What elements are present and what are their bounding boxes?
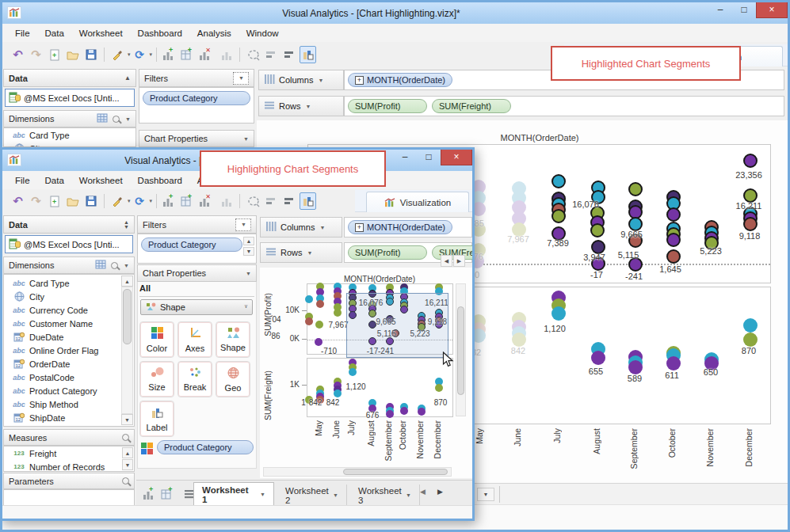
close-button[interactable]: × xyxy=(756,2,788,18)
save-icon[interactable] xyxy=(82,192,99,210)
add-chart-icon[interactable]: + xyxy=(162,192,178,210)
pill-sum-freight-[interactable]: SUM(Freight) xyxy=(432,99,511,113)
shelf-scroll-left-button[interactable]: ◀ xyxy=(441,255,452,267)
tab-worksheet-3[interactable]: Worksheet 3▼ xyxy=(350,484,420,506)
dimension-item[interactable]: abcOnline Order Flag xyxy=(4,344,120,357)
data-point[interactable] xyxy=(591,190,605,204)
data-point[interactable] xyxy=(743,188,758,203)
pill-month-orderdate[interactable]: +MONTH(OrderDate) xyxy=(348,73,452,87)
dimension-item[interactable]: City xyxy=(4,142,135,147)
chart-vertical-scrollbar[interactable] xyxy=(456,283,466,416)
back-chart-properties-header[interactable]: Chart Properties ▼ xyxy=(139,130,254,147)
data-point[interactable] xyxy=(743,318,758,332)
dimension-item[interactable]: abcCard Type xyxy=(4,276,120,290)
data-point[interactable] xyxy=(704,356,719,370)
chevron-down-icon[interactable]: ▾ xyxy=(150,51,153,58)
back-rows-shelf[interactable]: SUM(Profit)SUM(Freight) xyxy=(344,96,784,116)
chart-disabled-icon[interactable] xyxy=(218,46,235,63)
measure-item[interactable]: 123Freight xyxy=(4,446,134,460)
data-point[interactable] xyxy=(334,390,342,397)
expand-icon[interactable]: + xyxy=(355,223,364,232)
tab-menu-button[interactable]: ▼ xyxy=(477,488,494,501)
data-point[interactable] xyxy=(704,236,719,250)
data-point[interactable] xyxy=(590,223,605,238)
data-point[interactable] xyxy=(418,408,426,416)
lasso-select-icon[interactable] xyxy=(245,192,261,210)
legend-pill-product-category[interactable]: Product Category xyxy=(157,440,254,454)
filters-menu-button[interactable]: ▼ xyxy=(233,72,249,85)
open-file-icon[interactable] xyxy=(64,46,81,63)
chart-horizontal-scrollbar[interactable] xyxy=(263,467,452,477)
refresh-icon[interactable]: ⟳ xyxy=(132,192,148,210)
expand-icon[interactable]: + xyxy=(355,76,364,85)
undo-icon[interactable]: ↶ xyxy=(10,46,26,63)
menu-dashboard[interactable]: Dashboard xyxy=(138,28,182,38)
scroll-up-button[interactable]: ▲ xyxy=(122,447,133,458)
front-freight-pane[interactable] xyxy=(307,358,453,417)
data-point[interactable] xyxy=(305,295,313,303)
save-icon[interactable] xyxy=(82,46,99,63)
chevron-down-icon[interactable]: ▼ xyxy=(124,263,129,268)
sort-bars-icon[interactable] xyxy=(263,192,280,210)
chevron-down-icon[interactable]: ▼ xyxy=(243,136,249,142)
dimension-item[interactable]: abcPostalCode xyxy=(4,370,120,384)
data-point[interactable] xyxy=(743,332,758,347)
data-point[interactable] xyxy=(551,306,566,321)
chevron-down-icon[interactable]: ▼ xyxy=(260,492,265,497)
data-point[interactable] xyxy=(305,317,313,325)
format-painter-icon[interactable] xyxy=(109,192,126,210)
menu-file[interactable]: File xyxy=(15,176,30,185)
front-datasource-item[interactable]: @MS Excel Docs [Unti... xyxy=(5,235,133,253)
pill-sum-profit-[interactable]: SUM(Profit) xyxy=(348,99,427,113)
data-point[interactable] xyxy=(512,332,526,347)
prop-button-size[interactable]: Size xyxy=(139,361,174,397)
back-titlebar[interactable]: Visual Analytics - [Chart Highlighting.v… xyxy=(2,2,788,24)
data-point[interactable] xyxy=(349,368,357,376)
data-point[interactable] xyxy=(316,396,324,404)
chevron-down-icon[interactable]: ▼ xyxy=(246,271,251,276)
front-measures-header[interactable]: Measures xyxy=(3,429,135,446)
add-crosstab-icon[interactable]: + xyxy=(180,192,197,210)
shelf-scroll-right-button[interactable]: ▶ xyxy=(453,255,465,267)
back-columns-shelf-label[interactable]: Columns▼ xyxy=(258,70,344,90)
data-point[interactable] xyxy=(591,256,605,271)
dimension-item[interactable]: 12ShipDate xyxy=(4,411,120,424)
prop-button-color[interactable]: Color xyxy=(139,321,174,358)
data-point[interactable] xyxy=(551,209,566,223)
close-button[interactable]: × xyxy=(441,150,472,165)
chevron-down-icon[interactable]: ▾ xyxy=(150,198,153,204)
front-filters-header[interactable]: Filters ▼ xyxy=(137,215,257,234)
menu-file[interactable]: File xyxy=(15,28,30,38)
data-point[interactable] xyxy=(551,174,566,188)
spin-down-button[interactable]: ▼ xyxy=(243,247,254,256)
search-icon[interactable] xyxy=(122,477,129,484)
shape-dropdown[interactable]: Shape ᵛ xyxy=(140,299,253,315)
front-rows-shelf-label[interactable]: Rows▼ xyxy=(260,242,342,263)
menu-worksheet[interactable]: Worksheet xyxy=(79,176,123,185)
menu-dashboard[interactable]: Dashboard xyxy=(138,176,182,185)
lasso-select-icon[interactable] xyxy=(245,46,261,63)
prop-button-label[interactable]: Label xyxy=(139,401,174,437)
dimensions-scrollbar[interactable] xyxy=(121,287,133,414)
filters-menu-button[interactable]: ▼ xyxy=(235,218,251,231)
dimension-item[interactable]: abcShip Method xyxy=(4,397,120,411)
front-columns-shelf-label[interactable]: Columns▼ xyxy=(260,217,342,238)
chevron-down-icon[interactable]: ▼ xyxy=(406,492,411,498)
dimension-item[interactable]: abcCustomer Name xyxy=(4,317,120,330)
data-point[interactable] xyxy=(591,351,605,365)
highlight-icon[interactable] xyxy=(300,192,316,210)
back-data-panel-header[interactable]: Data ▲ xyxy=(3,69,136,87)
menu-window[interactable]: Window xyxy=(246,28,279,38)
format-painter-icon[interactable] xyxy=(109,46,126,63)
prop-button-geo[interactable]: Geo xyxy=(216,361,250,397)
delete-chart-icon[interactable]: ✕ xyxy=(198,192,216,210)
tabs-scroll-left-icon[interactable]: ◀ xyxy=(420,488,426,496)
menu-data[interactable]: Data xyxy=(45,176,64,185)
data-point[interactable] xyxy=(315,338,322,346)
front-data-panel-header[interactable]: Data ▲▼ xyxy=(3,215,135,234)
tab-worksheet-2[interactable]: Worksheet 2▼ xyxy=(277,484,347,506)
filter-pill-product-category[interactable]: Product Category xyxy=(143,91,250,105)
data-point[interactable] xyxy=(316,300,324,308)
data-point[interactable] xyxy=(512,222,526,237)
chart-properties-all[interactable]: All xyxy=(139,283,254,297)
